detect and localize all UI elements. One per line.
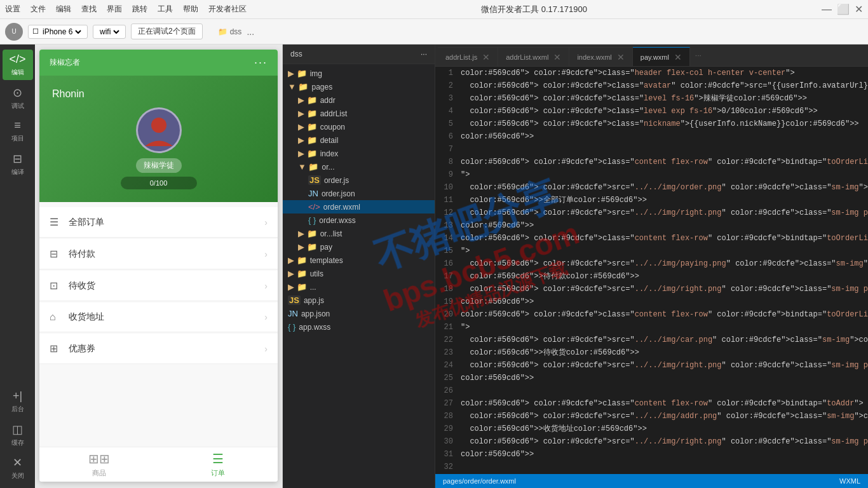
line-code: color:#569cd6">>收货地址color:#569cd6">> <box>461 423 868 435</box>
nav-goods[interactable]: ⊞⊞ 商品 <box>39 451 159 478</box>
sidebar-item-close[interactable]: ✕ 关闭 <box>3 452 33 483</box>
line-number: 21 <box>435 321 461 334</box>
tabs-more-button[interactable]: ··· <box>690 51 707 60</box>
tree-order-wxss[interactable]: { } order.wxss <box>283 214 435 227</box>
menu-devcom[interactable]: 开发者社区 <box>208 4 247 15</box>
minimize-button[interactable]: — <box>822 4 832 15</box>
tree-order-wxml[interactable]: </> order.wxml <box>283 200 435 214</box>
tree-app-js[interactable]: JS app.js <box>283 294 435 307</box>
tree-index-folder[interactable]: ▶ 📁 index <box>283 147 435 160</box>
sidebar-cache-label: 缓存 <box>11 438 24 447</box>
folder-orderlist-icon: ▶ 📁 <box>298 229 317 238</box>
menu-find[interactable]: 查找 <box>81 4 97 15</box>
folder-img-icon: ▶ 📁 <box>288 69 307 78</box>
sidebar-item-editor[interactable]: </> 编辑 <box>3 50 33 80</box>
folder-pages-icon: ▼ 📁 <box>288 82 308 92</box>
tree-coupon-folder[interactable]: ▶ 📁 coupon <box>283 120 435 133</box>
folder-icon: 📁 <box>218 27 227 36</box>
menu-jump[interactable]: 跳转 <box>132 4 147 15</box>
address-icon: ⌂ <box>50 311 62 323</box>
line-number: 30 <box>435 435 461 448</box>
device-selector[interactable]: ☐ iPhone 6 iPhone iPhone 7 <box>28 25 88 39</box>
network-dropdown[interactable]: wifi 2G 3G <box>97 27 121 37</box>
line-number: 15 <box>435 245 461 257</box>
toolbar-more-button[interactable]: ... <box>247 27 254 37</box>
line-code: color:#569cd6">> <box>461 295 868 308</box>
tree-utils-folder[interactable]: ▶ 📁 utils <box>283 267 435 280</box>
file-panel-more[interactable]: ··· <box>421 50 427 58</box>
code-line: 16 color:#569cd6"> color:#9cdcfe">src=".… <box>435 257 868 270</box>
menu-edit[interactable]: 编辑 <box>56 4 71 15</box>
tree-order-json[interactable]: JN order.json <box>283 187 435 200</box>
line-number: 16 <box>435 257 461 270</box>
menu-pending-delivery[interactable]: ⊡ 待收货 › <box>39 271 278 301</box>
tree-addr-folder[interactable]: ▶ 📁 addr <box>283 93 435 107</box>
line-code: "> <box>461 321 868 334</box>
tab-index-wxml[interactable]: index.wxml ✕ <box>569 47 632 66</box>
file-name: dss <box>230 27 242 36</box>
menu-pending-payment[interactable]: ⊟ 待付款 › <box>39 239 278 269</box>
tree-app-wxss[interactable]: { } app.wxss <box>283 320 435 334</box>
tree-pages-folder[interactable]: ▼ 📁 pages <box>283 80 435 93</box>
menubar: 设置 文件 编辑 查找 界面 跳转 工具 帮助 开发者社区 微信开发者工具 0.… <box>0 0 868 19</box>
menu-file[interactable]: 文件 <box>31 4 46 15</box>
tab-addrlist-js[interactable]: addrList.js ✕ <box>438 47 498 66</box>
line-code: color:#569cd6">>全部订单color:#569cd6">> <box>461 194 868 207</box>
tab-addrlist-wxml[interactable]: addrList.wxml ✕ <box>498 47 569 66</box>
tab-close-0[interactable]: ✕ <box>482 52 490 62</box>
nav-orders[interactable]: ☰ 订单 <box>159 451 278 478</box>
tree-addrlist-folder[interactable]: ▶ 📁 addrList <box>283 107 435 120</box>
phone-frame: 辣椒忘者 ··· Rhonin 辣椒学徒 0/100 <box>35 44 282 488</box>
pending-delivery-text: 待收货 <box>69 280 264 292</box>
line-code: color:#569cd6"> color:#9cdcfe">class="co… <box>461 232 868 245</box>
folder-pages-label: pages <box>311 83 332 92</box>
menu-settings[interactable]: 设置 <box>5 4 20 15</box>
code-line: 26 <box>435 384 868 397</box>
toolbar-file: 📁 dss ... <box>218 27 254 37</box>
line-code: color:#569cd6"> color:#9cdcfe">class="he… <box>461 67 868 79</box>
tree-img-folder[interactable]: ▶ 📁 img <box>283 67 435 80</box>
sidebar-item-debug[interactable]: ⊙ 调试 <box>3 83 33 113</box>
tab-pay-wxml[interactable]: pay.wxml ✕ <box>633 47 690 66</box>
tab-close-2[interactable]: ✕ <box>617 52 625 62</box>
code-editor[interactable]: 1color:#569cd6"> color:#9cdcfe">class="h… <box>435 67 868 474</box>
arrow-icon-0: › <box>264 217 268 227</box>
line-code: color:#569cd6"> color:#9cdcfe">src="../.… <box>461 207 868 219</box>
tab-close-1[interactable]: ✕ <box>553 52 561 62</box>
file-panel-title: dss <box>290 50 302 58</box>
tree-pay-folder[interactable]: ▶ 📁 pay <box>283 240 435 254</box>
tree-orderlist-folder[interactable]: ▶ 📁 or...list <box>283 227 435 240</box>
close-button[interactable]: ✕ <box>855 3 863 15</box>
all-orders-icon: ☰ <box>50 216 62 228</box>
tree-order-folder[interactable]: ▼ 📁 or... <box>283 160 435 173</box>
menu-ui[interactable]: 界面 <box>107 4 122 15</box>
sidebar-item-cache[interactable]: ◫ 缓存 <box>3 419 33 450</box>
menu-tools[interactable]: 工具 <box>158 4 173 15</box>
line-code: "> <box>461 245 868 257</box>
line-number: 11 <box>435 194 461 207</box>
tree-order-js[interactable]: JS order.js <box>283 173 435 187</box>
header-more-icon[interactable]: ··· <box>254 56 268 69</box>
maximize-button[interactable]: ⬜ <box>837 3 850 15</box>
tab-close-3[interactable]: ✕ <box>674 52 682 62</box>
tree-misc-folder[interactable]: ▶ 📁 ... <box>283 280 435 294</box>
folder-addrlist-icon: ▶ 📁 <box>298 109 317 118</box>
menu-coupon[interactable]: ⊞ 优惠券 › <box>39 334 278 364</box>
code-line: 29 color:#569cd6">>收货地址color:#569cd6">> <box>435 423 868 435</box>
tree-detail-folder[interactable]: ▶ 📁 detail <box>283 133 435 147</box>
sidebar-item-project[interactable]: ≡ 项目 <box>3 116 33 146</box>
menu-all-orders[interactable]: ☰ 全部订单 › <box>39 207 278 238</box>
folder-coupon-label: coupon <box>320 123 345 132</box>
sidebar-item-backend[interactable]: +| 后台 <box>3 386 33 417</box>
menu-help[interactable]: 帮助 <box>183 4 198 15</box>
debug-button[interactable]: 正在调试2个页面 <box>131 24 203 39</box>
device-dropdown[interactable]: iPhone 6 iPhone iPhone 7 <box>40 27 83 37</box>
sidebar-item-translate[interactable]: ⊟ 编译 <box>3 149 33 179</box>
app-json-icon: JN <box>288 309 298 318</box>
network-selector[interactable]: wifi 2G 3G <box>93 25 126 39</box>
tree-app-json[interactable]: JN app.json <box>283 307 435 320</box>
menu-shipping-address[interactable]: ⌂ 收货地址 › <box>39 302 278 332</box>
folder-img-label: img <box>310 69 322 78</box>
tree-templates-folder[interactable]: ▶ 📁 templates <box>283 254 435 267</box>
folder-detail-label: detail <box>320 136 339 145</box>
